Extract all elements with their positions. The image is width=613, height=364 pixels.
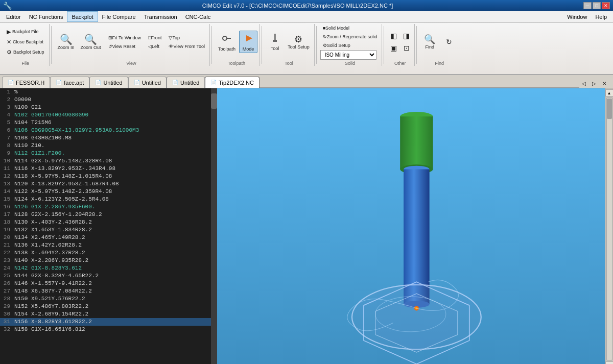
- backplot-setup-button[interactable]: ⚙ Backplot Setup: [4, 47, 47, 57]
- window-controls[interactable]: ─ □ ✕: [583, 2, 610, 9]
- line-number: 19: [0, 226, 14, 234]
- viewport[interactable]: ▲ ▼: [217, 88, 613, 364]
- view-from-tool-button[interactable]: 👁 View From Tool: [166, 42, 207, 51]
- tab-untitled3[interactable]: 📄 Untitled: [167, 77, 205, 88]
- tab-untitled1-icon: 📄: [95, 80, 101, 85]
- zoom-in-icon: 🔍: [60, 34, 73, 44]
- zoom-out-button[interactable]: 🔍 Zoom Out: [78, 31, 104, 53]
- tab-untitled3-icon: 📄: [172, 80, 178, 85]
- table-row: 16N126 G1X-2.286Y.935F600.: [0, 203, 217, 211]
- front-view-button[interactable]: □ Front: [146, 34, 164, 42]
- view-reset-button[interactable]: ↺ View Reset: [106, 42, 144, 51]
- toolbar-separator-3: [262, 26, 262, 64]
- line-content: %: [14, 88, 18, 96]
- line-number: 17: [0, 211, 14, 219]
- code-panel[interactable]: 1%2O00003N100 G214N102 G0G17G40G49G80G90…: [0, 88, 217, 364]
- mode-label: Mode: [243, 46, 254, 52]
- table-row: 24N142 G1X-8.828Y3.612: [0, 264, 217, 272]
- line-number: 29: [0, 303, 14, 310]
- menu-cnc-calc[interactable]: CNC-Calc: [181, 11, 215, 22]
- solid-model-button[interactable]: ■ Solid Model: [320, 24, 352, 32]
- other-group-label: Other: [386, 61, 414, 66]
- menu-nc-functions[interactable]: NC Functions: [25, 11, 67, 22]
- tab-2dex2[interactable]: 📄 Tip2DEX2.NC: [205, 77, 260, 88]
- solid-setup-icon: ⚙: [323, 43, 327, 48]
- tab-untitled2-label: Untitled: [142, 80, 161, 86]
- line-content: N124 X-6.123Y2.505Z-2.5R4.08: [14, 196, 109, 203]
- tab-face-apt-icon: 📄: [56, 80, 62, 85]
- left-view-button[interactable]: ◁ Left: [146, 42, 164, 51]
- solid-setup-label: Solid Setup: [327, 43, 350, 48]
- viewport-scroll-down[interactable]: ▼: [605, 361, 614, 364]
- menu-help[interactable]: Help: [591, 11, 611, 22]
- line-number: 28: [0, 295, 14, 303]
- panel-close[interactable]: ✕: [600, 79, 609, 88]
- svg-rect-3: [273, 40, 277, 42]
- tab-untitled1[interactable]: 📄 Untitled: [89, 77, 128, 88]
- line-content: N136 X1.42Y2.02R28.2: [14, 241, 82, 249]
- table-row: 4N102 G0G17G40G49G80G90: [0, 111, 217, 119]
- svg-rect-2: [274, 34, 276, 41]
- line-number: 24: [0, 264, 14, 272]
- zoom-regenerate-button[interactable]: ↻ Zoom / Regenerate solid: [320, 33, 380, 41]
- backplot-file-icon: ▶: [7, 29, 11, 35]
- table-row: 21N136 X1.42Y2.02R28.2: [0, 241, 217, 249]
- svg-marker-1: [246, 35, 252, 41]
- find-button[interactable]: 🔍 Find: [420, 31, 439, 53]
- toolbar-other-group: ◧ ◨ ▣ ⊡ Other: [386, 24, 415, 66]
- line-content: N100 G21: [14, 104, 41, 111]
- menu-window[interactable]: Window: [563, 11, 591, 22]
- panel-nav-right[interactable]: ▷: [590, 79, 599, 88]
- table-row: 14N122 X-5.97Y5.148Z-2.359R4.08: [0, 188, 217, 196]
- menu-backplot[interactable]: Backplot: [67, 11, 98, 22]
- tab-untitled2[interactable]: 📄 Untitled: [128, 77, 167, 88]
- line-content: N106 G0G90G54X-13.829Y2.953A0.S1000M3: [14, 127, 139, 134]
- mode-button[interactable]: Mode: [239, 31, 257, 53]
- code-scroll-area[interactable]: 1%2O00003N100 G214N102 G0G17G40G49G80G90…: [0, 88, 217, 364]
- line-content: O0000: [14, 96, 31, 104]
- zoom-in-button[interactable]: 🔍 Zoom In: [55, 31, 77, 53]
- table-row: 29N152 X5.486Y7.803R22.2: [0, 303, 217, 310]
- close-backplot-button[interactable]: ✕ Close Backplot: [4, 37, 47, 47]
- viewport-scroll-up[interactable]: ▲: [605, 89, 614, 96]
- line-content: N126 G1X-2.286Y.935F600.: [14, 203, 95, 211]
- line-number: 18: [0, 219, 14, 226]
- line-content: N110 Z10.: [14, 142, 44, 150]
- find-sub-button[interactable]: ↻: [440, 31, 458, 53]
- restore-button[interactable]: □: [593, 2, 601, 9]
- line-number: 20: [0, 234, 14, 241]
- iso-milling-dropdown[interactable]: ISO Milling: [320, 50, 376, 60]
- main-content: 1%2O00003N100 G214N102 G0G17G40G49G80G90…: [0, 88, 613, 364]
- minimize-button[interactable]: ─: [583, 2, 592, 9]
- top-view-button[interactable]: ▽ Top: [166, 34, 207, 42]
- toolpath-button[interactable]: Toolpath: [216, 31, 238, 53]
- tool-setup-label: Tool Setup: [288, 44, 310, 50]
- line-number: 11: [0, 165, 14, 173]
- menu-editor[interactable]: Editor: [2, 11, 25, 22]
- other-btn-c[interactable]: ▣: [388, 42, 399, 54]
- tab-fessor[interactable]: 📄 FESSOR.H: [2, 77, 50, 88]
- tool-button[interactable]: Tool: [266, 31, 284, 53]
- other-btn-d[interactable]: ⊡: [400, 42, 412, 54]
- other-btn-b[interactable]: ◨: [400, 30, 412, 41]
- solid-setup-button[interactable]: ⚙ Solid Setup: [320, 41, 353, 50]
- line-number: 32: [0, 326, 14, 333]
- line-content: N128 G2X-2.156Y-1.204R28.2: [14, 211, 102, 219]
- panel-nav-left[interactable]: ◁: [579, 79, 588, 88]
- close-button[interactable]: ✕: [602, 2, 610, 9]
- fit-to-window-button[interactable]: ⊞ Fit To Window: [106, 34, 144, 42]
- file-group-label: File: [2, 61, 49, 66]
- titlebar: 🔧 CIMCO Edit v7.0 - [C:\CIMCO\CIMCOEdit7…: [0, 0, 613, 11]
- line-content: N138 X-.694Y2.37R28.2: [14, 249, 85, 257]
- table-row: 2O0000: [0, 96, 217, 104]
- backplot-file-button[interactable]: ▶ Backplot File: [4, 27, 47, 37]
- left-icon: ◁: [148, 44, 152, 49]
- tool-setup-button[interactable]: ⚙ Tool Setup: [285, 31, 312, 53]
- toolbar-view-group: 🔍 Zoom In 🔍 Zoom Out ⊞ Fit To Window ↺ V…: [53, 24, 210, 66]
- other-btn-a[interactable]: ◧: [388, 30, 399, 41]
- tab-face-apt[interactable]: 📄 face.apt: [50, 77, 89, 88]
- backplot-file-label: Backplot File: [12, 29, 39, 34]
- menu-transmission[interactable]: Transmission: [140, 11, 181, 22]
- tool-label: Tool: [271, 46, 279, 51]
- menu-file-compare[interactable]: File Compare: [98, 11, 140, 22]
